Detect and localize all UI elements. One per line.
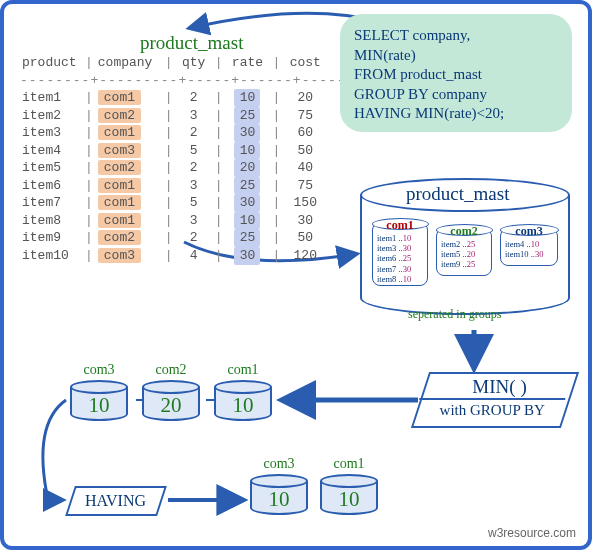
table-row: item9|com2|2|25|50 [20,229,354,247]
sql-line: HAVING MIN(rate)<20; [354,104,558,124]
table-row: item3|com1|2|30|60 [20,124,354,142]
group-com2: com2 item2 ..25item5 ..20item9 ..25 [436,228,492,276]
group-com1: com1 item1 ..10item3 ..30item6 ..25item7… [372,222,428,286]
table-row: item4|com3|5|10|50 [20,142,354,160]
result-value: 10 [320,487,378,512]
sql-line: GROUP BY company [354,85,558,105]
col-product: product [20,54,82,72]
sql-line: SELECT company, [354,26,558,46]
table-body: item1|com1|2|10|20item2|com2|3|25|75item… [20,89,354,264]
min-sublabel: with GROUP BY [419,398,565,419]
group-com3: com3 item4 ..10item10 ..30 [500,228,558,266]
result-value: 10 [214,393,272,418]
table-header: product| company| qty| rate| cost [20,54,354,72]
sql-line: FROM product_mast [354,65,558,85]
groups-title: product_mast [406,183,509,205]
col-company: company [96,54,162,72]
sql-query-box: SELECT company, MIN(rate) FROM product_m… [340,14,572,132]
table-separator: --------+---------+-----+------+------ [20,72,354,90]
min-result-com3: com3 10 [70,380,128,424]
col-qty: qty [176,54,212,72]
having-result-com1: com1 10 [320,474,378,518]
result-name: com2 [142,362,200,378]
table-title: product_mast [140,32,243,54]
sql-line: MIN(rate) [354,46,558,66]
group-label: com1 [373,218,427,232]
result-value: 20 [142,393,200,418]
table-row: item8|com1|3|10|30 [20,212,354,230]
table-row: item7|com1|5|30|150 [20,194,354,212]
min-function-box: MIN( ) with GROUP BY [411,372,579,428]
col-rate: rate [225,54,269,72]
result-name: com3 [250,456,308,472]
result-name: com1 [214,362,272,378]
table-row: item10|com3|4|30|120 [20,247,354,265]
min-result-com1: com1 10 [214,380,272,424]
product-table: product| company| qty| rate| cost ------… [20,54,354,265]
result-name: com3 [70,362,128,378]
group-label: com3 [501,224,557,238]
result-name: com1 [320,456,378,472]
min-result-com2: com2 20 [142,380,200,424]
diagram-root: product_mast product| company| qty| rate… [4,4,588,546]
result-value: 10 [70,393,128,418]
table-row: item5|com2|2|20|40 [20,159,354,177]
groups-caption: seperated in groups [408,307,501,322]
having-result-com3: com3 10 [250,474,308,518]
table-row: item6|com1|3|25|75 [20,177,354,195]
having-label: HAVING [85,492,146,510]
col-cost: cost [283,54,327,72]
having-box: HAVING [65,486,167,516]
min-label: MIN( ) [427,374,573,398]
table-row: item1|com1|2|10|20 [20,89,354,107]
table-row: item2|com2|3|25|75 [20,107,354,125]
result-value: 10 [250,487,308,512]
group-label: com2 [437,224,491,238]
credit-text: w3resource.com [488,526,576,540]
